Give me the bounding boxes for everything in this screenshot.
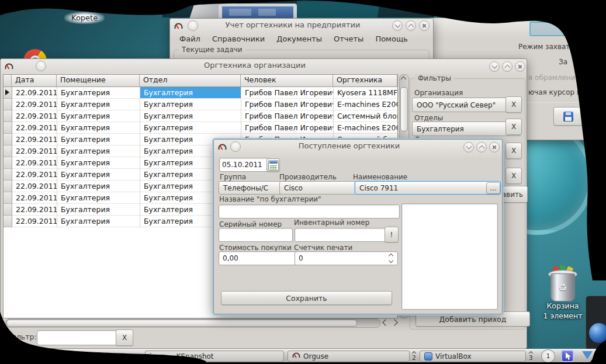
menu-item[interactable]: Документы: [271, 33, 328, 45]
table-cell[interactable]: Грибов Павел Игоревич: [241, 87, 334, 99]
table-cell[interactable]: Грибов Павел Игоревич: [241, 122, 334, 134]
table-cell[interactable]: Бухгалтерия: [57, 192, 140, 204]
save-button[interactable]: Сохранить: [221, 291, 392, 305]
bottom-filter-label: Фильтр:: [5, 332, 37, 341]
table-cell[interactable]: Бухгалтерия: [57, 169, 140, 181]
table-cell[interactable]: Бухгалтерия: [140, 87, 241, 99]
taskbar-rows-indicator[interactable]: 3: [527, 351, 535, 361]
table-cell[interactable]: Kyosera 1118MFT: [334, 87, 398, 99]
taskbar-item-orguse[interactable]: Orguse: [288, 351, 410, 362]
print-counter-spinbox[interactable]: 0: [295, 251, 398, 265]
taskbar-item-ksnapshot[interactable]: jpeg — KSnapshot: [145, 351, 284, 362]
table-cell[interactable]: 22.09.2011: [12, 145, 57, 157]
table-cell[interactable]: 22.09.2011: [12, 204, 57, 216]
organization-combo[interactable]: ООО "Русский Север": [412, 98, 520, 112]
table-cell[interactable]: Бухгалтерия: [57, 87, 140, 99]
horizontal-scrollbar-thumb[interactable]: [6, 320, 357, 327]
inventory-input[interactable]: [295, 228, 387, 242]
table-cell[interactable]: Бухгалтерия: [57, 110, 140, 122]
table-cell[interactable]: 22.09.2011: [12, 181, 57, 192]
column-header[interactable]: Дата: [12, 75, 57, 86]
table-cell[interactable]: Системный блок: [334, 110, 398, 122]
app-gauge-icon: [218, 142, 227, 153]
column-header[interactable]: Отдел: [140, 75, 241, 86]
table-row[interactable]: 22.09.2011БухгалтерияБухгалтерияГрибов П…: [4, 122, 397, 134]
departments-clear-button[interactable]: X: [505, 119, 522, 135]
table-cell[interactable]: Грибов Павел Игоревич: [241, 110, 334, 122]
column-header[interactable]: Помещение: [57, 75, 140, 86]
table-cell[interactable]: E-machines E200H: [334, 99, 398, 110]
table-cell[interactable]: Бухгалтерия: [57, 145, 140, 157]
close-icon[interactable]: [489, 142, 500, 152]
minimize-icon[interactable]: [489, 61, 500, 72]
plasma-widget[interactable]: [586, 296, 606, 351]
minimize-icon[interactable]: [392, 20, 403, 31]
bottom-filter-clear-button[interactable]: X: [116, 330, 133, 346]
desktop-icon-kopete[interactable]: Kopete: [64, 12, 105, 24]
name-combo[interactable]: Cisco 7911: [355, 181, 501, 195]
table-cell[interactable]: Бухгалтерия: [57, 204, 140, 216]
departments-combo[interactable]: Бухгалтерия: [412, 122, 520, 136]
dialog-titlebar[interactable]: Поступление оргтехники: [214, 140, 502, 152]
table-cell[interactable]: Бухгалтерия: [57, 181, 140, 192]
maximize-icon[interactable]: [476, 142, 487, 152]
klipper-icon[interactable]: [561, 350, 574, 362]
column-header[interactable]: Оргтехника: [333, 75, 397, 86]
table-cell[interactable]: Бухгалтерия: [57, 99, 140, 110]
serial-input[interactable]: [219, 228, 293, 242]
scroll-left-icon[interactable]: [382, 319, 389, 325]
bottom-filter-input[interactable]: [37, 330, 117, 345]
table-cell[interactable]: 22.09.2011: [12, 134, 57, 145]
organization-clear-button[interactable]: X: [505, 96, 522, 113]
menu-item[interactable]: Справочники: [206, 33, 271, 45]
column-header[interactable]: Человек: [241, 75, 333, 86]
table-cell[interactable]: 22.09.2011: [12, 169, 57, 181]
alert-button[interactable]: !: [385, 227, 399, 242]
date-input[interactable]: [219, 158, 269, 172]
desktop-icon-trash[interactable]: ♻ Корзина 1 элемент: [536, 264, 589, 327]
table-cell[interactable]: 22.09.2011: [12, 87, 57, 99]
taskbar-rows-indicator[interactable]: 2: [410, 351, 418, 361]
table-cell[interactable]: Бухгалтерия: [140, 110, 241, 122]
table-cell[interactable]: E-machines E200H: [334, 122, 398, 134]
calendar-button[interactable]: [266, 158, 280, 172]
menu-item[interactable]: Файл: [174, 33, 206, 45]
main-app-titlebar[interactable]: Учет оргтехники на предприятии: [170, 19, 433, 32]
close-icon[interactable]: [419, 20, 430, 31]
spin-down-icon[interactable]: [389, 258, 393, 263]
people-clear-button[interactable]: X: [505, 143, 522, 159]
org-window-titlebar[interactable]: Оргтехника организации: [1, 59, 527, 72]
table-cell[interactable]: Бухгалтерия: [57, 122, 140, 134]
maximize-icon[interactable]: [502, 61, 512, 72]
table-cell[interactable]: Бухгалтерия: [140, 99, 241, 110]
minimize-icon[interactable]: [463, 142, 474, 152]
table-cell[interactable]: 22.09.2011: [12, 157, 57, 169]
table-cell[interactable]: 22.09.2011: [12, 216, 57, 227]
table-row[interactable]: 22.09.2011БухгалтерияБухгалтерияГрибов П…: [4, 110, 397, 122]
table-cell[interactable]: Бухгалтерия: [57, 216, 140, 227]
cost-spinbox[interactable]: 0,00: [219, 251, 305, 265]
table-cell[interactable]: Бухгалтерия: [57, 157, 140, 169]
table-row[interactable]: 22.09.2011БухгалтерияБухгалтерияГрибов П…: [4, 87, 397, 99]
maximize-icon[interactable]: [406, 20, 416, 31]
taskbar-item-virtualbox[interactable]: VirtualBox: [420, 351, 526, 362]
desktop-pager[interactable]: 1: [541, 349, 555, 363]
menu-item[interactable]: Отчеты: [328, 33, 369, 45]
table-cell[interactable]: 22.09.2011: [12, 110, 57, 122]
table-cell[interactable]: 22.09.2011: [12, 192, 57, 204]
scroll-right-icon[interactable]: [391, 319, 397, 325]
table-cell[interactable]: Грибов Павел Игоревич: [241, 99, 334, 110]
menu-item[interactable]: Помощь: [369, 33, 413, 45]
ksnapshot-save-button[interactable]: [553, 107, 583, 126]
vertical-scrollbar-thumb[interactable]: [400, 87, 408, 131]
table-row[interactable]: 22.09.2011БухгалтерияБухгалтерияГрибов П…: [4, 99, 397, 110]
receipt-list[interactable]: [401, 203, 498, 310]
table-cell[interactable]: Бухгалтерия: [57, 134, 140, 145]
browse-button[interactable]: ...: [486, 182, 500, 194]
table-cell[interactable]: Бухгалтерия: [140, 122, 241, 134]
equipment-clear-button[interactable]: X: [505, 168, 522, 184]
table-cell[interactable]: 22.09.2011: [12, 122, 57, 134]
close-icon[interactable]: [515, 61, 525, 72]
table-cell[interactable]: 22.09.2011: [12, 99, 57, 110]
accounting-name-input[interactable]: [219, 204, 400, 219]
